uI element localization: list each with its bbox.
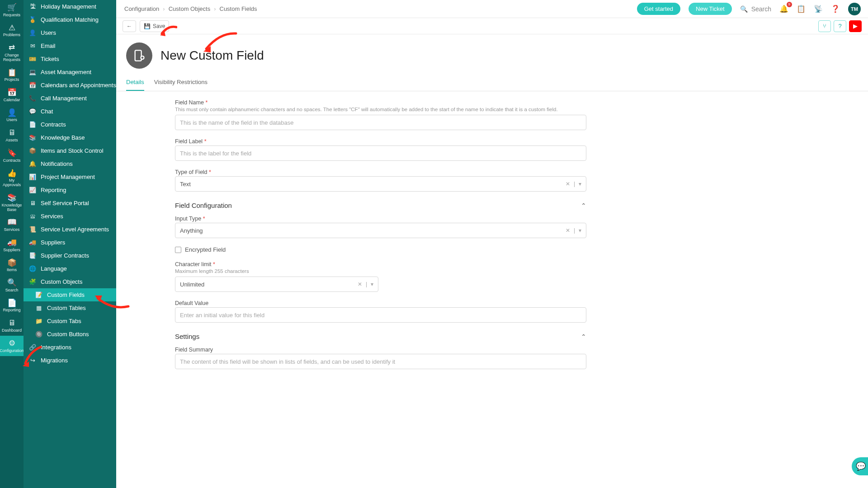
project-management-icon: 📊 — [29, 174, 36, 180]
get-started-button[interactable]: Get started — [637, 3, 680, 15]
my-approvals-icon: 👍 — [7, 169, 17, 178]
iconbar-item-assets[interactable]: 🖥Assets — [0, 125, 24, 145]
sidebar-item-service-level-agreements[interactable]: 📜Service Level Agreements — [24, 223, 116, 236]
sidebar-item-call-management[interactable]: 📞Call Management — [24, 92, 116, 105]
rss-icon[interactable]: 📡 — [814, 5, 823, 13]
user-avatar[interactable]: TM — [848, 3, 861, 15]
chevron-down-icon[interactable]: ▾ — [371, 281, 373, 287]
breadcrumb-sep: › — [214, 5, 216, 12]
sidebar-item-project-management[interactable]: 📊Project Management — [24, 170, 116, 183]
checkbox-encrypted[interactable]: Encrypted Field — [175, 246, 586, 253]
tab-details[interactable]: Details — [126, 75, 144, 91]
breadcrumb-1[interactable]: Custom Objects — [169, 5, 210, 12]
input-field-summary[interactable] — [175, 354, 586, 369]
clear-icon[interactable]: ✕ — [566, 181, 570, 187]
branch-icon[interactable]: ⑂ — [818, 20, 831, 32]
input-default-value[interactable] — [175, 307, 586, 323]
iconbar-label: Reporting — [3, 308, 20, 313]
iconbar-item-contracts[interactable]: 🔖Contracts — [0, 145, 24, 166]
sidebar-item-migrations[interactable]: ↪Migrations — [24, 354, 116, 367]
sidebar-item-custom-tabs[interactable]: 📁Custom Tabs — [24, 314, 116, 328]
iconbar-item-users[interactable]: 👤Users — [0, 105, 24, 126]
iconbar-item-calendar[interactable]: 📅Calendar — [0, 85, 24, 105]
sidebar-label: Tickets — [41, 56, 59, 62]
sidebar-item-users[interactable]: 👤Users — [24, 26, 116, 39]
iconbar-item-projects[interactable]: 📋Projects — [0, 65, 24, 85]
help-icon[interactable]: ❓ — [831, 5, 840, 13]
iconbar-item-reporting[interactable]: 📄Reporting — [0, 296, 24, 316]
chevron-down-icon[interactable]: ▾ — [579, 227, 581, 234]
search-icon: 🔍 — [7, 279, 17, 287]
sidebar-item-custom-buttons[interactable]: 🔘Custom Buttons — [24, 328, 116, 341]
breadcrumb-0[interactable]: Configuration — [124, 5, 159, 12]
iconbar-label: Contracts — [3, 159, 21, 163]
assets-icon: 🖥 — [8, 129, 16, 137]
sidebar-item-calendars-and-appointments[interactable]: 📅Calendars and Appointments — [24, 79, 116, 92]
sidebar-item-chat[interactable]: 💬Chat — [24, 105, 116, 118]
sidebar-item-custom-objects[interactable]: 🧩Custom Objects — [24, 275, 116, 288]
input-field-name[interactable] — [175, 115, 586, 130]
contracts-icon: 🔖 — [7, 149, 17, 158]
sidebar-item-self-service-portal[interactable]: 🖥Self Service Portal — [24, 197, 116, 210]
sidebar-item-supplier-contracts[interactable]: 📑Supplier Contracts — [24, 249, 116, 262]
sidebar-item-holiday-management[interactable]: 🏝Holiday Management — [24, 0, 116, 13]
iconbar-item-my-approvals[interactable]: 👍My Approvals — [0, 166, 24, 190]
problems-icon: ⚠ — [9, 24, 15, 33]
sidebar-item-notifications[interactable]: 🔔Notifications — [24, 157, 116, 170]
select-type-of-field[interactable]: Text ✕ | ▾ — [175, 176, 586, 192]
tab-visibility[interactable]: Visibility Restrictions — [154, 75, 208, 91]
sidebar-item-custom-tables[interactable]: ▦Custom Tables — [24, 301, 116, 314]
input-field-label[interactable] — [175, 145, 586, 161]
youtube-icon[interactable]: ▶ — [849, 20, 862, 32]
sidebar-item-reporting[interactable]: 📈Reporting — [24, 183, 116, 197]
iconbar-item-search[interactable]: 🔍Search — [0, 275, 24, 296]
label-char-limit: Character limit — [175, 261, 212, 267]
notifications-icon[interactable]: 🔔9 — [779, 5, 788, 13]
iconbar-item-items[interactable]: 📦Items — [0, 255, 24, 276]
items-and-stock-control-icon: 📦 — [29, 147, 36, 154]
new-ticket-button[interactable]: New Ticket — [689, 3, 732, 15]
iconbar-label: Dashboard — [2, 328, 22, 333]
iconbar-label: Configuration — [0, 349, 24, 353]
iconbar-item-requests[interactable]: 🛒Requests — [0, 0, 24, 20]
sidebar-item-knowledge-base[interactable]: 📚Knowledge Base — [24, 131, 116, 144]
chat-fab[interactable]: 💬 — [852, 457, 868, 475]
select-input-type[interactable]: Anything ✕ | ▾ — [175, 223, 586, 238]
help-char-limit: Maximum length 255 characters — [175, 268, 586, 274]
sidebar-item-language[interactable]: 🌐Language — [24, 262, 116, 275]
form-body[interactable]: Field Name * This must only contain alph… — [116, 91, 868, 488]
sidebar-item-asset-management[interactable]: 💻Asset Management — [24, 66, 116, 79]
iconbar-item-problems[interactable]: ⚠Problems — [0, 20, 24, 41]
collapse-icon[interactable]: ⌃ — [581, 333, 586, 340]
users-icon: 👤 — [29, 29, 36, 36]
save-button[interactable]: 💾 Save — [140, 20, 169, 32]
contracts-icon: 📄 — [29, 121, 36, 128]
iconbar-item-dashboard[interactable]: 🖥Dashboard — [0, 315, 24, 336]
email-icon: ✉ — [29, 42, 36, 49]
sidebar-item-integrations[interactable]: 🔗Integrations — [24, 341, 116, 354]
iconbar-item-knowledge-base[interactable]: 📚Knowledge Base — [0, 190, 24, 215]
sidebar-item-tickets[interactable]: 🎫Tickets — [24, 52, 116, 66]
iconbar-item-services[interactable]: 📖Services — [0, 215, 24, 235]
clear-icon[interactable]: ✕ — [566, 227, 570, 234]
custom-objects-icon: 🧩 — [29, 278, 36, 285]
sidebar-item-contracts[interactable]: 📄Contracts — [24, 118, 116, 131]
chevron-down-icon[interactable]: ▾ — [579, 181, 581, 187]
sidebar-item-custom-fields[interactable]: 📝Custom Fields — [24, 288, 116, 301]
clipboard-icon[interactable]: 📋 — [797, 5, 806, 13]
clear-icon[interactable]: ✕ — [358, 281, 362, 287]
collapse-icon[interactable]: ⌃ — [581, 202, 586, 209]
toolbar-help-icon[interactable]: ? — [834, 20, 846, 32]
iconbar-item-change-requests[interactable]: ⇄Change Requests — [0, 40, 24, 65]
iconbar-item-configuration[interactable]: ⚙Configuration — [0, 336, 24, 356]
sidebar-item-suppliers[interactable]: 🚚Suppliers — [24, 236, 116, 249]
sidebar-item-email[interactable]: ✉Email — [24, 39, 116, 52]
back-button[interactable]: ← — [123, 20, 136, 32]
global-search[interactable]: 🔍 Search — [740, 5, 771, 13]
sidebar-item-qualification-matching[interactable]: 🏅Qualification Matching — [24, 13, 116, 26]
sidebar-item-items-and-stock-control[interactable]: 📦Items and Stock Control — [24, 144, 116, 157]
breadcrumb-2[interactable]: Custom Fields — [220, 5, 257, 12]
select-char-limit[interactable]: Unlimited ✕ | ▾ — [175, 277, 378, 292]
sidebar-item-services[interactable]: 🛎Services — [24, 210, 116, 223]
iconbar-item-suppliers[interactable]: 🚚Suppliers — [0, 235, 24, 255]
